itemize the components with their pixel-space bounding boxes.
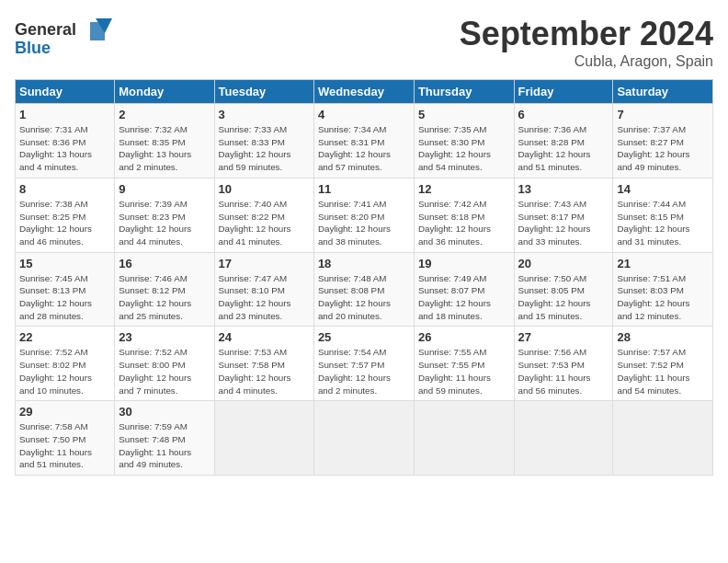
day-number: 16 <box>119 257 210 270</box>
calendar-week-row: 29Sunrise: 7:58 AM Sunset: 7:50 PM Dayli… <box>16 401 713 476</box>
day-info: Sunrise: 7:32 AM Sunset: 8:35 PM Dayligh… <box>119 123 210 174</box>
day-number: 17 <box>219 257 310 270</box>
calendar-body: 1Sunrise: 7:31 AM Sunset: 8:36 PM Daylig… <box>16 104 713 476</box>
day-number: 28 <box>617 330 709 344</box>
location-subtitle: Cubla, Aragon, Spain <box>460 53 713 70</box>
day-info: Sunrise: 7:33 AM Sunset: 8:33 PM Dayligh… <box>219 123 310 174</box>
day-number: 1 <box>19 108 110 121</box>
calendar-cell: 21Sunrise: 7:51 AM Sunset: 8:03 PM Dayli… <box>613 252 713 327</box>
calendar-cell: 22Sunrise: 7:52 AM Sunset: 8:02 PM Dayli… <box>16 327 115 401</box>
day-number: 25 <box>318 330 410 344</box>
col-friday: Friday <box>514 80 613 104</box>
calendar-cell: 17Sunrise: 7:47 AM Sunset: 8:10 PM Dayli… <box>214 252 313 327</box>
day-info: Sunrise: 7:46 AM Sunset: 8:12 PM Dayligh… <box>119 272 210 323</box>
page-header: General Blue September 2024 Cubla, Arago… <box>15 15 713 70</box>
day-info: Sunrise: 7:59 AM Sunset: 7:48 PM Dayligh… <box>119 420 210 471</box>
svg-text:General: General <box>15 20 76 39</box>
day-number: 18 <box>318 257 410 270</box>
day-number: 27 <box>518 330 609 344</box>
page-container: General Blue September 2024 Cubla, Arago… <box>0 0 728 483</box>
col-monday: Monday <box>115 80 214 104</box>
day-info: Sunrise: 7:45 AM Sunset: 8:13 PM Dayligh… <box>19 272 110 323</box>
day-number: 29 <box>19 405 110 419</box>
calendar-cell: 2Sunrise: 7:32 AM Sunset: 8:35 PM Daylig… <box>115 104 214 178</box>
logo: General Blue <box>15 15 116 63</box>
day-number: 4 <box>318 108 410 121</box>
day-info: Sunrise: 7:52 AM Sunset: 8:02 PM Dayligh… <box>19 346 110 396</box>
day-info: Sunrise: 7:41 AM Sunset: 8:20 PM Dayligh… <box>318 198 410 248</box>
calendar-cell <box>613 401 713 476</box>
calendar-cell: 28Sunrise: 7:57 AM Sunset: 7:52 PM Dayli… <box>613 327 713 401</box>
day-info: Sunrise: 7:34 AM Sunset: 8:31 PM Dayligh… <box>318 123 410 174</box>
calendar-week-row: 1Sunrise: 7:31 AM Sunset: 8:36 PM Daylig… <box>16 104 713 178</box>
calendar-cell: 23Sunrise: 7:52 AM Sunset: 8:00 PM Dayli… <box>115 327 214 401</box>
day-info: Sunrise: 7:36 AM Sunset: 8:28 PM Dayligh… <box>518 123 609 174</box>
day-info: Sunrise: 7:48 AM Sunset: 8:08 PM Dayligh… <box>318 272 410 323</box>
calendar-cell: 13Sunrise: 7:43 AM Sunset: 8:17 PM Dayli… <box>514 178 613 252</box>
calendar-cell <box>313 401 414 476</box>
day-info: Sunrise: 7:58 AM Sunset: 7:50 PM Dayligh… <box>19 420 110 471</box>
day-number: 13 <box>518 182 609 196</box>
day-info: Sunrise: 7:52 AM Sunset: 8:00 PM Dayligh… <box>119 346 210 396</box>
day-number: 14 <box>617 182 709 196</box>
calendar-cell: 7Sunrise: 7:37 AM Sunset: 8:27 PM Daylig… <box>613 104 713 178</box>
day-info: Sunrise: 7:55 AM Sunset: 7:55 PM Dayligh… <box>418 346 510 396</box>
calendar-week-row: 22Sunrise: 7:52 AM Sunset: 8:02 PM Dayli… <box>16 327 713 401</box>
day-number: 26 <box>418 330 510 344</box>
calendar-cell: 10Sunrise: 7:40 AM Sunset: 8:22 PM Dayli… <box>214 178 313 252</box>
day-info: Sunrise: 7:43 AM Sunset: 8:17 PM Dayligh… <box>518 198 609 248</box>
day-number: 8 <box>19 182 110 196</box>
day-info: Sunrise: 7:50 AM Sunset: 8:05 PM Dayligh… <box>518 272 609 323</box>
day-info: Sunrise: 7:39 AM Sunset: 8:23 PM Dayligh… <box>119 198 210 248</box>
day-info: Sunrise: 7:49 AM Sunset: 8:07 PM Dayligh… <box>418 272 510 323</box>
calendar-cell: 9Sunrise: 7:39 AM Sunset: 8:23 PM Daylig… <box>115 178 214 252</box>
calendar-table: Sunday Monday Tuesday Wednesday Thursday… <box>15 79 713 476</box>
calendar-cell: 11Sunrise: 7:41 AM Sunset: 8:20 PM Dayli… <box>313 178 414 252</box>
day-number: 21 <box>617 257 709 270</box>
day-number: 6 <box>518 108 609 121</box>
col-thursday: Thursday <box>414 80 514 104</box>
day-number: 19 <box>418 257 510 270</box>
day-info: Sunrise: 7:38 AM Sunset: 8:25 PM Dayligh… <box>19 198 110 248</box>
day-info: Sunrise: 7:54 AM Sunset: 7:57 PM Dayligh… <box>318 346 410 396</box>
day-number: 7 <box>617 108 709 121</box>
day-info: Sunrise: 7:57 AM Sunset: 7:52 PM Dayligh… <box>617 346 709 396</box>
calendar-cell: 29Sunrise: 7:58 AM Sunset: 7:50 PM Dayli… <box>16 401 115 476</box>
calendar-cell <box>414 401 514 476</box>
day-info: Sunrise: 7:56 AM Sunset: 7:53 PM Dayligh… <box>518 346 609 396</box>
day-number: 22 <box>19 330 110 344</box>
calendar-cell: 6Sunrise: 7:36 AM Sunset: 8:28 PM Daylig… <box>514 104 613 178</box>
col-wednesday: Wednesday <box>313 80 414 104</box>
col-tuesday: Tuesday <box>214 80 313 104</box>
day-number: 5 <box>418 108 510 121</box>
svg-text:Blue: Blue <box>15 39 51 57</box>
day-number: 9 <box>119 182 210 196</box>
calendar-cell: 1Sunrise: 7:31 AM Sunset: 8:36 PM Daylig… <box>16 104 115 178</box>
calendar-cell: 20Sunrise: 7:50 AM Sunset: 8:05 PM Dayli… <box>514 252 613 327</box>
day-info: Sunrise: 7:31 AM Sunset: 8:36 PM Dayligh… <box>19 123 110 174</box>
day-number: 10 <box>219 182 310 196</box>
calendar-cell: 16Sunrise: 7:46 AM Sunset: 8:12 PM Dayli… <box>115 252 214 327</box>
calendar-week-row: 8Sunrise: 7:38 AM Sunset: 8:25 PM Daylig… <box>16 178 713 252</box>
day-number: 11 <box>318 182 410 196</box>
calendar-cell: 30Sunrise: 7:59 AM Sunset: 7:48 PM Dayli… <box>115 401 214 476</box>
day-info: Sunrise: 7:40 AM Sunset: 8:22 PM Dayligh… <box>219 198 310 248</box>
day-number: 12 <box>418 182 510 196</box>
day-number: 15 <box>19 257 110 270</box>
day-info: Sunrise: 7:53 AM Sunset: 7:58 PM Dayligh… <box>219 346 310 396</box>
col-saturday: Saturday <box>613 80 713 104</box>
day-number: 2 <box>119 108 210 121</box>
calendar-cell: 27Sunrise: 7:56 AM Sunset: 7:53 PM Dayli… <box>514 327 613 401</box>
calendar-cell: 26Sunrise: 7:55 AM Sunset: 7:55 PM Dayli… <box>414 327 514 401</box>
calendar-cell: 18Sunrise: 7:48 AM Sunset: 8:08 PM Dayli… <box>313 252 414 327</box>
month-title: September 2024 <box>460 15 713 53</box>
title-block: September 2024 Cubla, Aragon, Spain <box>460 15 713 70</box>
day-number: 20 <box>518 257 609 270</box>
calendar-cell: 12Sunrise: 7:42 AM Sunset: 8:18 PM Dayli… <box>414 178 514 252</box>
day-info: Sunrise: 7:44 AM Sunset: 8:15 PM Dayligh… <box>617 198 709 248</box>
logo-block: General Blue <box>15 15 116 63</box>
day-number: 24 <box>219 330 310 344</box>
calendar-cell: 3Sunrise: 7:33 AM Sunset: 8:33 PM Daylig… <box>214 104 313 178</box>
day-info: Sunrise: 7:51 AM Sunset: 8:03 PM Dayligh… <box>617 272 709 323</box>
day-number: 23 <box>119 330 210 344</box>
